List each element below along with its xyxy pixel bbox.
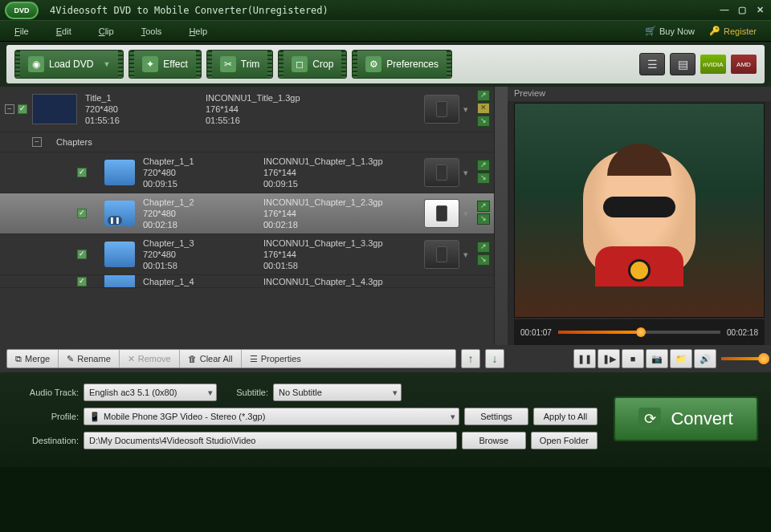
key-icon: 🔑 <box>709 26 720 36</box>
register-link[interactable]: 🔑Register <box>709 26 757 36</box>
move-up-icon[interactable]: ↗ <box>477 160 490 171</box>
destination-input[interactable]: D:\My Documents\4Videosoft Studio\Video <box>84 432 457 449</box>
device-select[interactable] <box>424 240 459 269</box>
time-current: 00:01:07 <box>520 328 552 337</box>
preferences-button[interactable]: ⚙Preferences <box>352 50 452 79</box>
stop-button[interactable]: ■ <box>622 349 644 368</box>
chapter-outdur: 00:01:58 <box>263 260 408 271</box>
amd-badge: AMD <box>731 55 757 74</box>
properties-button[interactable]: ☰Properties <box>242 350 309 368</box>
phone-icon <box>436 246 447 262</box>
seek-knob[interactable] <box>636 327 646 337</box>
menu-file[interactable]: File <box>14 26 29 36</box>
dropdown-arrow-icon: ▼ <box>103 60 110 68</box>
menu-tools[interactable]: Tools <box>141 26 162 36</box>
chapter-outres: 176*144 <box>263 208 408 219</box>
open-folder-button[interactable]: Open Folder <box>531 432 598 449</box>
collapse-icon[interactable]: − <box>5 104 14 114</box>
move-up-icon[interactable]: ↗ <box>477 242 490 253</box>
title-out: INCONNU1_Title_1.3gp <box>206 92 350 104</box>
chapter-checkbox[interactable] <box>77 277 87 286</box>
chapter-name: Chapter_1_1 <box>143 156 263 167</box>
move-down-icon[interactable]: ↘ <box>477 116 490 127</box>
menu-help[interactable]: Help <box>189 26 207 36</box>
device-dropdown-arrow[interactable]: ▾ <box>459 250 472 260</box>
settings-button[interactable]: Settings <box>464 408 528 425</box>
volume-slider[interactable] <box>721 357 765 360</box>
move-up-icon[interactable]: ↗ <box>477 201 490 212</box>
volume-knob[interactable] <box>758 353 769 364</box>
convert-button[interactable]: ⟳ Convert <box>614 396 758 441</box>
folder-icon <box>104 242 135 267</box>
maximize-button[interactable]: ▢ <box>736 5 749 16</box>
device-select[interactable] <box>424 158 459 187</box>
nvidia-badge: nVIDIA <box>700 55 726 74</box>
dvd-icon: ◉ <box>28 56 44 72</box>
chapter-row[interactable]: Chapter_1_3720*48000:01:58 INCONNU1_Chap… <box>0 234 508 275</box>
device-dropdown-arrow[interactable]: ▾ <box>459 209 472 219</box>
volume-button[interactable]: 🔊 <box>694 349 716 368</box>
chapter-dur: 00:01:58 <box>143 260 263 271</box>
gear-icon: ⚙ <box>365 56 381 72</box>
collapse-icon[interactable]: − <box>32 137 42 147</box>
action-row: ⧉Merge ✎Rename ✕Remove 🗑Clear All ☰Prope… <box>0 345 771 372</box>
folder-playing-icon <box>104 201 135 226</box>
apply-all-button[interactable]: Apply to All <box>533 408 598 425</box>
chapter-dur: 00:09:15 <box>143 178 263 189</box>
minimize-button[interactable]: — <box>718 5 731 16</box>
view-thumb-button[interactable]: ▤ <box>670 53 696 75</box>
phone-icon <box>436 101 447 117</box>
pause-button[interactable]: ❚❚ <box>573 349 596 368</box>
menu-clip[interactable]: Clip <box>99 26 114 36</box>
title-row[interactable]: − Title_1 720*480 01:55:16 INCONNU1_Titl… <box>0 87 508 132</box>
chapter-row[interactable]: Chapter_1_1720*48000:09:15 INCONNU1_Chap… <box>0 152 508 193</box>
close-button[interactable]: ✕ <box>753 5 766 16</box>
merge-button[interactable]: ⧉Merge <box>7 350 59 368</box>
snapshot-button[interactable]: 📷 <box>646 349 668 368</box>
move-down-button[interactable]: ↓ <box>485 349 504 368</box>
chapter-checkbox[interactable] <box>77 250 87 259</box>
chapter-checkbox[interactable] <box>77 209 87 218</box>
clear-all-button[interactable]: 🗑Clear All <box>180 350 242 368</box>
browse-button[interactable]: Browse <box>462 432 526 449</box>
buy-now-link[interactable]: 🛒Buy Now <box>645 26 695 36</box>
profile-select[interactable]: 📱Mobile Phone 3GP Video - Stereo (*.3gp) <box>84 408 459 425</box>
device-dropdown-arrow[interactable]: ▾ <box>459 168 472 178</box>
toolbar: ◉Load DVD▼ ✦Effect ✂Trim ◻Crop ⚙Preferen… <box>6 45 765 83</box>
trim-button[interactable]: ✂Trim <box>206 50 274 79</box>
move-down-icon[interactable]: ↘ <box>477 213 490 225</box>
settings-panel: Audio Track: English ac3 5.1 (0x80) Subt… <box>0 372 771 467</box>
view-list-button[interactable]: ☰ <box>639 53 665 75</box>
device-select[interactable] <box>424 199 459 228</box>
file-list: − Title_1 720*480 01:55:16 INCONNU1_Titl… <box>0 87 508 345</box>
move-up-button[interactable]: ↑ <box>461 349 480 368</box>
rename-button[interactable]: ✎Rename <box>59 350 120 368</box>
move-up-icon[interactable]: ↗ <box>477 90 490 101</box>
app-logo: DVD <box>5 2 39 19</box>
chapters-header[interactable]: − Chapters <box>0 132 508 152</box>
chapter-checkbox[interactable] <box>77 168 87 177</box>
chapter-res: 720*480 <box>143 249 263 260</box>
step-button[interactable]: ❚▶ <box>598 349 620 368</box>
preview-pane: Preview 00:01:07 00:02:18 <box>508 87 771 345</box>
device-dropdown-arrow[interactable]: ▾ <box>459 104 472 115</box>
subtitle-label: Subtitle: <box>222 388 268 397</box>
subtitle-select[interactable]: No Subtitle <box>273 384 402 401</box>
audio-track-select[interactable]: English ac3 5.1 (0x80) <box>84 384 217 401</box>
folder-button[interactable]: 📁 <box>670 349 692 368</box>
title-checkbox[interactable] <box>18 104 27 114</box>
crop-button[interactable]: ◻Crop <box>278 50 347 79</box>
chapter-row[interactable]: Chapter_1_4 INCONNU1_Chapter_1_4.3gp <box>0 275 508 288</box>
load-dvd-button[interactable]: ◉Load DVD▼ <box>14 50 124 79</box>
menu-edit[interactable]: Edit <box>56 26 71 36</box>
move-down-icon[interactable]: ↘ <box>477 254 490 266</box>
move-down-icon[interactable]: ↘ <box>477 173 490 184</box>
remove-item-icon[interactable]: ✕ <box>477 103 490 114</box>
profile-label: Profile: <box>13 412 79 421</box>
seek-track[interactable] <box>558 331 720 334</box>
chapter-row-selected[interactable]: Chapter_1_2720*48000:02:18 INCONNU1_Chap… <box>0 193 508 234</box>
device-select[interactable] <box>424 95 459 124</box>
remove-button[interactable]: ✕Remove <box>120 350 180 368</box>
preview-video[interactable] <box>514 103 765 318</box>
effect-button[interactable]: ✦Effect <box>128 50 201 79</box>
